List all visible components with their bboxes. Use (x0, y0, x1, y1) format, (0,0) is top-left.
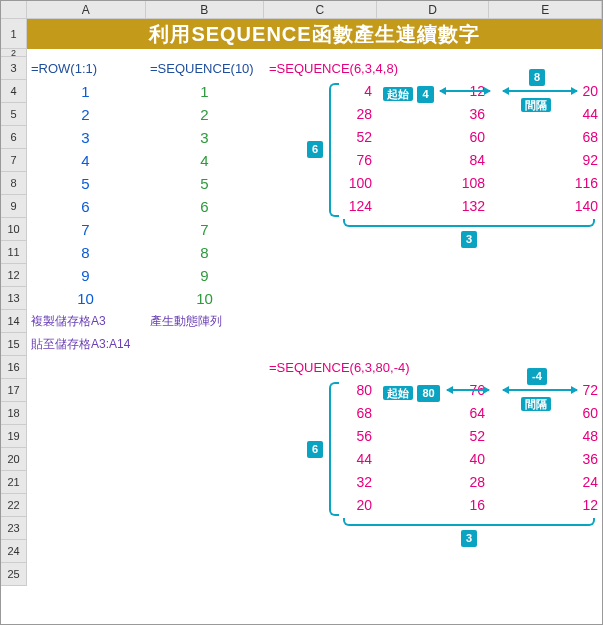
cell-d7[interactable]: 84 (378, 149, 491, 172)
cell-a5[interactable]: 2 (27, 103, 146, 126)
cell-b11[interactable]: 8 (146, 241, 265, 264)
cell-e20[interactable]: 36 (491, 448, 603, 471)
row-header-9[interactable]: 9 (1, 195, 27, 218)
row-header-14[interactable]: 14 (1, 310, 27, 333)
cell-c5[interactable]: 28 (265, 103, 378, 126)
row-header-2[interactable]: 2 (1, 49, 27, 57)
cell-d21[interactable]: 28 (378, 471, 491, 494)
row-header-22[interactable]: 22 (1, 494, 27, 517)
cell-b9[interactable]: 6 (146, 195, 265, 218)
row-header-11[interactable]: 11 (1, 241, 27, 264)
cell-c19[interactable]: 56 (265, 425, 378, 448)
cell-d5[interactable]: 36 (378, 103, 491, 126)
row-header-10[interactable]: 10 (1, 218, 27, 241)
cell-d8[interactable]: 108 (378, 172, 491, 195)
cell-c8[interactable]: 100 (265, 172, 378, 195)
cell-d9[interactable]: 132 (378, 195, 491, 218)
cell-e17[interactable]: 72 (491, 379, 603, 402)
row-header-21[interactable]: 21 (1, 471, 27, 494)
col-header-e[interactable]: E (489, 1, 602, 19)
cell-b4[interactable]: 1 (146, 80, 265, 103)
cell-a13[interactable]: 10 (27, 287, 146, 310)
row-header-8[interactable]: 8 (1, 172, 27, 195)
row-header-15[interactable]: 15 (1, 333, 27, 356)
cell-c20[interactable]: 44 (265, 448, 378, 471)
cell-b5[interactable]: 2 (146, 103, 265, 126)
cell-b3-formula[interactable]: =SEQUENCE(10) (146, 57, 265, 80)
row-header-1[interactable]: 1 (1, 19, 27, 49)
cell-d22[interactable]: 16 (378, 494, 491, 517)
row-header-25[interactable]: 25 (1, 563, 27, 586)
cell-b13[interactable]: 10 (146, 287, 265, 310)
spreadsheet: A B C D E 123456789101112131415161718192… (1, 1, 602, 624)
row-headers: 1234567891011121314151617181920212223242… (1, 19, 27, 586)
cell-e22[interactable]: 12 (491, 494, 603, 517)
row-header-18[interactable]: 18 (1, 402, 27, 425)
cell-c6[interactable]: 52 (265, 126, 378, 149)
cell-d20[interactable]: 40 (378, 448, 491, 471)
col-header-d[interactable]: D (377, 1, 490, 19)
cell-a15-note[interactable]: 貼至儲存格A3:A14 (27, 333, 146, 356)
cell-a3-formula[interactable]: =ROW(1:1) (27, 57, 146, 80)
cell-e18[interactable]: 60 (491, 402, 603, 425)
cell-a11[interactable]: 8 (27, 241, 146, 264)
cell-b7[interactable]: 4 (146, 149, 265, 172)
cell-a7[interactable]: 4 (27, 149, 146, 172)
cell-d6[interactable]: 60 (378, 126, 491, 149)
cell-b6[interactable]: 3 (146, 126, 265, 149)
cell-e4[interactable]: 20 (491, 80, 603, 103)
cell-c7[interactable]: 76 (265, 149, 378, 172)
row-header-5[interactable]: 5 (1, 103, 27, 126)
cell-e5[interactable]: 44 (491, 103, 603, 126)
row-header-12[interactable]: 12 (1, 264, 27, 287)
cell-a9[interactable]: 6 (27, 195, 146, 218)
cell-d17[interactable]: 76 (378, 379, 491, 402)
cell-b10[interactable]: 7 (146, 218, 265, 241)
cell-a4[interactable]: 1 (27, 80, 146, 103)
cell-d19[interactable]: 52 (378, 425, 491, 448)
cell-c3-formula[interactable]: =SEQUENCE(6,3,4,8) (265, 57, 603, 80)
row-header-16[interactable]: 16 (1, 356, 27, 379)
cell-c22[interactable]: 20 (265, 494, 378, 517)
cell-e7[interactable]: 92 (491, 149, 603, 172)
cell-c4[interactable]: 4 (265, 80, 378, 103)
cell-grid[interactable]: =ROW(1:1)=SEQUENCE(10)=SEQUENCE(6,3,4,8)… (27, 57, 602, 624)
cell-c18[interactable]: 68 (265, 402, 378, 425)
col-header-b[interactable]: B (146, 1, 265, 19)
cell-e9[interactable]: 140 (491, 195, 603, 218)
row-header-23[interactable]: 23 (1, 517, 27, 540)
cell-a12[interactable]: 9 (27, 264, 146, 287)
row-header-17[interactable]: 17 (1, 379, 27, 402)
row-header-24[interactable]: 24 (1, 540, 27, 563)
cell-c9[interactable]: 124 (265, 195, 378, 218)
content-area: 利用SEQUENCE函數產生連續數字 =ROW(1:1)=SEQUENCE(10… (27, 19, 602, 624)
cell-e8[interactable]: 116 (491, 172, 603, 195)
cell-b8[interactable]: 5 (146, 172, 265, 195)
cell-e6[interactable]: 68 (491, 126, 603, 149)
cell-b14-note[interactable]: 產生動態陣列 (146, 310, 265, 333)
cell-a10[interactable]: 7 (27, 218, 146, 241)
cell-d18[interactable]: 64 (378, 402, 491, 425)
row-header-13[interactable]: 13 (1, 287, 27, 310)
cell-d4[interactable]: 12 (378, 80, 491, 103)
column-headers: A B C D E (1, 1, 602, 19)
col-header-a[interactable]: A (27, 1, 146, 19)
row-header-6[interactable]: 6 (1, 126, 27, 149)
row-header-19[interactable]: 19 (1, 425, 27, 448)
row-header-3[interactable]: 3 (1, 57, 27, 80)
cell-a6[interactable]: 3 (27, 126, 146, 149)
row-header-20[interactable]: 20 (1, 448, 27, 471)
row-header-4[interactable]: 4 (1, 80, 27, 103)
col-header-c[interactable]: C (264, 1, 377, 19)
row-header-7[interactable]: 7 (1, 149, 27, 172)
page-title: 利用SEQUENCE函數產生連續數字 (27, 19, 602, 49)
cell-e21[interactable]: 24 (491, 471, 603, 494)
cell-e19[interactable]: 48 (491, 425, 603, 448)
cell-a14-note[interactable]: 複製儲存格A3 (27, 310, 146, 333)
corner-cell (1, 1, 27, 19)
cell-c17[interactable]: 80 (265, 379, 378, 402)
cell-a8[interactable]: 5 (27, 172, 146, 195)
cell-c16-formula[interactable]: =SEQUENCE(6,3,80,-4) (265, 356, 603, 379)
cell-b12[interactable]: 9 (146, 264, 265, 287)
cell-c21[interactable]: 32 (265, 471, 378, 494)
